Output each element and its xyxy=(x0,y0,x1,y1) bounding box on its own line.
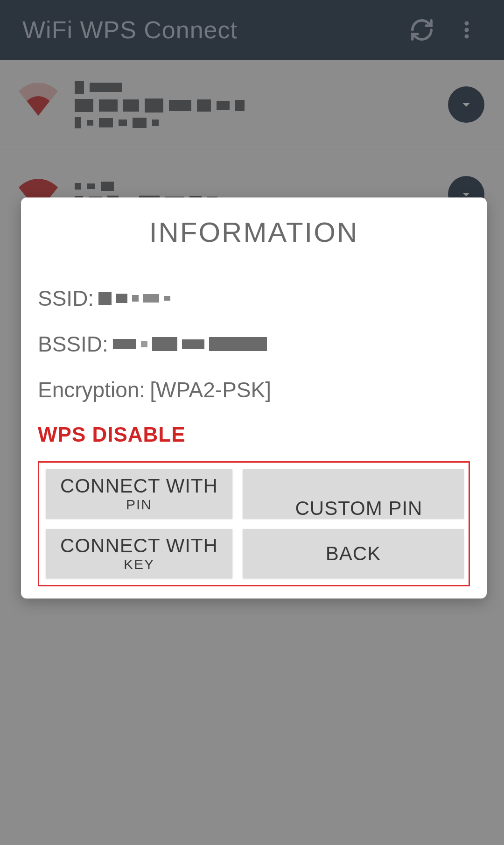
bssid-label: BSSID: xyxy=(38,331,108,357)
connect-with-key-button[interactable]: CONNECT WITH KEY xyxy=(46,529,232,578)
ssid-value-redacted xyxy=(98,292,170,305)
information-dialog: INFORMATION SSID: BSSID: Encrypti xyxy=(21,197,487,599)
encryption-value: [WPA2-PSK] xyxy=(150,377,271,402)
ssid-row: SSID: xyxy=(38,286,470,311)
button-label: CONNECT WITH xyxy=(60,535,218,556)
button-label: CUSTOM PIN xyxy=(295,498,423,519)
button-label: BACK xyxy=(326,543,381,564)
ssid-label: SSID: xyxy=(38,286,94,311)
button-sublabel: PIN xyxy=(126,497,152,512)
back-button[interactable]: BACK xyxy=(243,529,464,578)
button-label: CONNECT WITH xyxy=(60,476,218,496)
connect-with-pin-button[interactable]: CONNECT WITH PIN xyxy=(46,469,232,519)
button-sublabel: KEY xyxy=(124,557,154,572)
dialog-title: INFORMATION xyxy=(35,216,473,248)
encryption-label: Encryption: xyxy=(38,377,145,402)
wps-status: WPS DISABLE xyxy=(38,423,470,446)
bssid-value-redacted xyxy=(113,337,267,351)
custom-pin-button[interactable]: CUSTOM PIN xyxy=(243,469,464,519)
actions-highlight-box: CONNECT WITH PIN CUSTOM PIN CONNECT WITH… xyxy=(38,461,470,586)
bssid-row: BSSID: xyxy=(38,331,470,357)
encryption-row: Encryption: [WPA2-PSK] xyxy=(38,377,470,402)
